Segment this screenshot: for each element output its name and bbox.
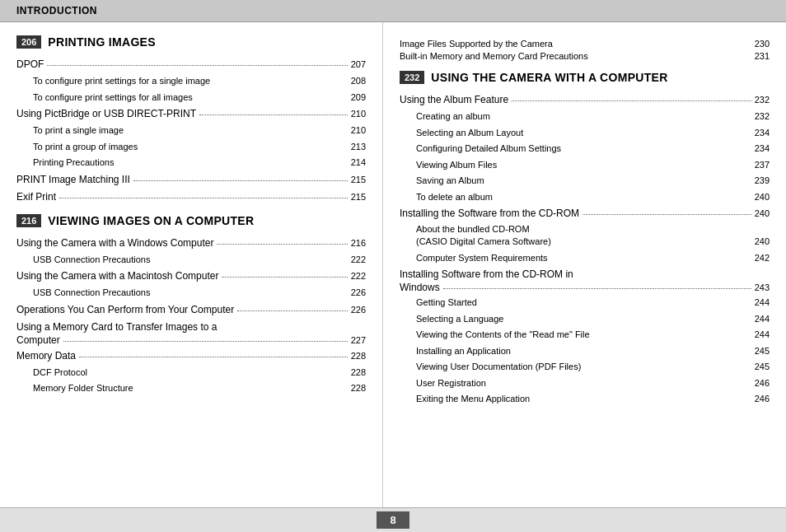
toc-entry-image-files: Image Files Supported by the Camera 230 bbox=[400, 39, 770, 49]
toc-page-selecting-language: 244 bbox=[755, 312, 770, 326]
footer-bar: 8 bbox=[0, 507, 786, 532]
toc-label-install-windows-1: Installing Software from the CD-ROM in bbox=[400, 268, 573, 280]
toc-entry-memory-data: Memory Data 228 bbox=[16, 348, 366, 363]
section-206: 206 PRINTING IMAGES DPOF 207 To configur… bbox=[16, 35, 366, 204]
right-column: Image Files Supported by the Camera 230 … bbox=[383, 22, 786, 507]
toc-dots-dpof bbox=[47, 65, 347, 66]
toc-label-builtin-memory: Built-in Memory and Memory Card Precauti… bbox=[400, 51, 588, 61]
toc-label-configure-single: To configure print settings for a single… bbox=[33, 74, 210, 88]
toc-page-delete-album: 240 bbox=[755, 190, 770, 204]
right-top-entries: Image Files Supported by the Camera 230 … bbox=[400, 39, 770, 61]
toc-page-viewing-files: 237 bbox=[755, 158, 770, 172]
toc-page-exit-menu: 246 bbox=[755, 392, 770, 406]
toc-entry-delete-album: To delete an album 240 bbox=[400, 190, 770, 204]
toc-entry-install-app: Installing an Application 245 bbox=[400, 344, 770, 358]
toc-entry-configure-all: To configure print settings for all imag… bbox=[16, 91, 366, 105]
toc-label-memory-card: Using a Memory Card to Transfer Images t… bbox=[16, 320, 217, 334]
toc-dots-print-matching bbox=[133, 180, 348, 181]
toc-entry-mac-camera: Using the Camera with a Macintosh Comput… bbox=[16, 268, 366, 283]
content-area: 206 PRINTING IMAGES DPOF 207 To configur… bbox=[0, 22, 786, 507]
toc-entry-configure-single: To configure print settings for a single… bbox=[16, 74, 366, 88]
toc-dots-album-feature bbox=[512, 100, 751, 101]
toc-entry-builtin-memory: Built-in Memory and Memory Card Precauti… bbox=[400, 51, 770, 61]
toc-label-configure-all: To configure print settings for all imag… bbox=[33, 91, 193, 105]
toc-entry-bundled-cdrom: About the bundled CD-ROM (CASIO Digital … bbox=[400, 223, 770, 249]
toc-label-casio-software: (CASIO Digital Camera Software) bbox=[416, 236, 551, 248]
toc-page-pictbridge: 210 bbox=[351, 107, 366, 121]
toc-entry-creating-album: Creating an album 232 bbox=[400, 110, 770, 124]
toc-label-install-app: Installing an Application bbox=[416, 344, 511, 358]
toc-entry-printing-precautions: Printing Precautions 214 bbox=[16, 156, 366, 170]
toc-label-dcf: DCF Protocol bbox=[33, 366, 87, 380]
toc-entry-print-group: To print a group of images 213 bbox=[16, 140, 366, 154]
toc-page-configure-all: 209 bbox=[351, 91, 366, 105]
toc-entry-usb-precautions-win: USB Connection Precautions 222 bbox=[16, 253, 366, 267]
header-bar: INTRODUCTION bbox=[0, 0, 786, 22]
toc-label-print-group: To print a group of images bbox=[33, 140, 138, 154]
toc-entry-print-matching: PRINT Image Matching III 215 bbox=[16, 172, 366, 187]
toc-entry-album-feature: Using the Album Feature 232 bbox=[400, 92, 770, 107]
toc-label-exif: Exif Print bbox=[16, 189, 56, 204]
toc-page-usb-precautions-win: 222 bbox=[351, 253, 366, 267]
section-232: 232 USING THE CAMERA WITH A COMPUTER Usi… bbox=[400, 71, 770, 406]
toc-label-system-requirements: Computer System Requirements bbox=[416, 251, 548, 265]
toc-label-print-matching: PRINT Image Matching III bbox=[16, 172, 130, 187]
toc-dots-operations bbox=[237, 310, 348, 311]
toc-page-image-files: 230 bbox=[755, 39, 770, 49]
toc-entry-memory-card: Using a Memory Card to Transfer Images t… bbox=[16, 320, 366, 346]
toc-entry-exif: Exif Print 215 bbox=[16, 189, 366, 204]
toc-label-printing-precautions: Printing Precautions bbox=[33, 156, 114, 170]
toc-label-install-cdrom: Installing the Software from the CD-ROM bbox=[400, 206, 579, 221]
toc-label-operations: Operations You Can Perform from Your Com… bbox=[16, 302, 234, 317]
toc-page-read-me: 244 bbox=[755, 328, 770, 342]
toc-page-saving-album: 239 bbox=[755, 174, 770, 188]
toc-dots-memory-data bbox=[79, 357, 348, 357]
toc-page-bundled-cdrom: 240 bbox=[755, 236, 770, 248]
section-216-title: VIEWING IMAGES ON A COMPUTER bbox=[48, 214, 254, 227]
toc-label-install-windows-2: Windows bbox=[400, 282, 440, 293]
toc-label-print-single: To print a single image bbox=[33, 124, 124, 138]
toc-page-memory-card: 227 bbox=[351, 335, 366, 345]
page-wrapper: INTRODUCTION 206 PRINTING IMAGES DPOF 20… bbox=[0, 0, 786, 532]
toc-label-folder-structure: Memory Folder Structure bbox=[33, 381, 133, 395]
toc-page-builtin-memory: 231 bbox=[755, 51, 770, 61]
section-216-number: 216 bbox=[16, 214, 41, 227]
toc-label-viewing-files: Viewing Album Files bbox=[416, 158, 497, 172]
section-216-header: 216 VIEWING IMAGES ON A COMPUTER bbox=[16, 214, 366, 227]
toc-label-selecting-layout: Selecting an Album Layout bbox=[416, 126, 523, 140]
footer-page-number: 8 bbox=[377, 511, 409, 529]
toc-entry-getting-started: Getting Started 244 bbox=[400, 296, 770, 310]
toc-page-selecting-layout: 234 bbox=[755, 126, 770, 140]
toc-entry-windows-camera: Using the Camera with a Windows Computer… bbox=[16, 236, 366, 250]
toc-entry-saving-album: Saving an Album 239 bbox=[400, 174, 770, 188]
toc-label-image-files: Image Files Supported by the Camera bbox=[400, 39, 553, 49]
toc-label-memory-data: Memory Data bbox=[16, 348, 76, 363]
toc-label-creating-album: Creating an album bbox=[416, 110, 490, 124]
toc-label-album-feature: Using the Album Feature bbox=[400, 92, 508, 107]
toc-entry-dcf: DCF Protocol 228 bbox=[16, 366, 366, 380]
toc-entry-folder-structure: Memory Folder Structure 228 bbox=[16, 381, 366, 395]
toc-dots-windows-camera bbox=[217, 244, 347, 245]
toc-entry-selecting-layout: Selecting an Album Layout 234 bbox=[400, 126, 770, 140]
toc-entry-dpof: DPOF 207 bbox=[16, 57, 366, 72]
toc-page-system-requirements: 242 bbox=[755, 251, 770, 265]
toc-label-delete-album: To delete an album bbox=[416, 190, 493, 204]
toc-label-bundled-cdrom: About the bundled CD-ROM bbox=[416, 224, 530, 234]
section-232-number: 232 bbox=[400, 71, 424, 84]
toc-page-config-album-settings: 234 bbox=[755, 142, 770, 156]
toc-page-getting-started: 244 bbox=[755, 296, 770, 310]
toc-entry-viewing-files: Viewing Album Files 237 bbox=[400, 158, 770, 172]
toc-entry-pictbridge: Using PictBridge or USB DIRECT-PRINT 210 bbox=[16, 106, 366, 121]
section-232-header: 232 USING THE CAMERA WITH A COMPUTER bbox=[400, 71, 770, 84]
toc-label-saving-album: Saving an Album bbox=[416, 174, 484, 188]
toc-dots-mac-camera bbox=[222, 277, 347, 278]
toc-page-printing-precautions: 214 bbox=[351, 156, 366, 170]
toc-page-mac-camera: 222 bbox=[351, 269, 366, 283]
toc-page-user-reg: 246 bbox=[755, 376, 770, 390]
toc-page-print-single: 210 bbox=[351, 124, 366, 138]
toc-label-mac-camera: Using the Camera with a Macintosh Comput… bbox=[16, 268, 218, 283]
toc-entry-selecting-language: Selecting a Language 244 bbox=[400, 312, 770, 326]
toc-page-install-cdrom: 240 bbox=[755, 207, 770, 221]
toc-entry-exit-menu: Exiting the Menu Application 246 bbox=[400, 392, 770, 406]
toc-entry-view-docs: Viewing User Documentation (PDF Files) 2… bbox=[400, 360, 770, 374]
